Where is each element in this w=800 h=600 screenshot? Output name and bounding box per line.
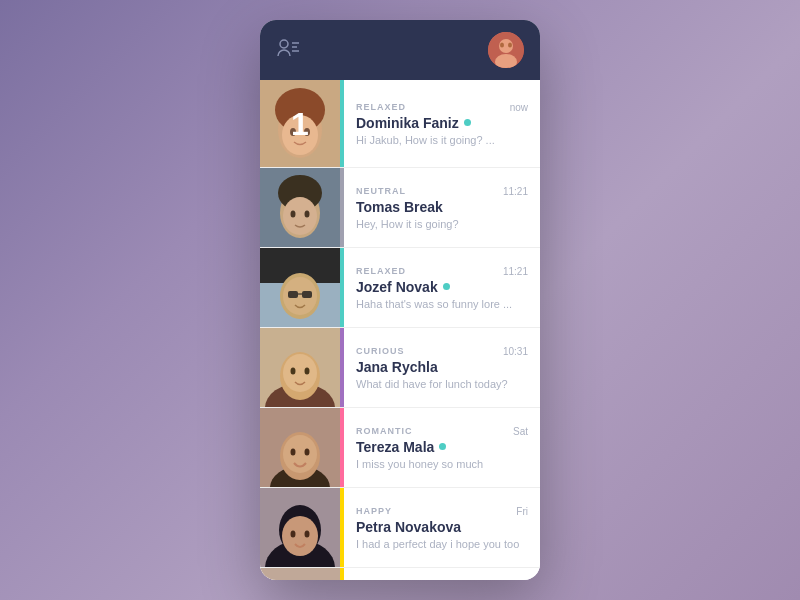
svg-point-45	[305, 531, 310, 538]
chat-content: CURIOUS 10:31 Jana Rychla What did have …	[344, 328, 540, 407]
name-row: Jozef Novak	[356, 279, 528, 295]
online-indicator	[464, 119, 471, 126]
svg-rect-25	[288, 291, 298, 298]
chat-item[interactable]: RELAXED 11:21 Jozef Novak Haha that's wa…	[260, 248, 540, 328]
chat-item[interactable]: ROMANTIC Sat Tereza Mala I miss you hone…	[260, 408, 540, 488]
chat-top-row: CURIOUS 10:31	[356, 346, 528, 357]
svg-point-33	[305, 368, 310, 375]
mood-label: NEUTRAL	[356, 186, 406, 196]
svg-point-31	[283, 354, 317, 392]
svg-rect-46	[260, 568, 340, 580]
mood-label: CURIOUS	[356, 346, 405, 356]
chat-top-row: HAPPY Fri	[356, 506, 528, 517]
svg-point-0	[280, 40, 288, 48]
avatar-section	[260, 568, 340, 580]
svg-point-43	[282, 516, 318, 556]
chat-top-row: ROMANTIC Sat	[356, 426, 528, 437]
chat-content: HAPPY Fri Petra Novakova I had a perfect…	[344, 488, 540, 567]
header	[260, 20, 540, 80]
avatar-section	[260, 328, 340, 407]
chat-top-row: RELAXED 11:21	[356, 266, 528, 277]
svg-point-7	[500, 43, 504, 48]
avatar-section: 1	[260, 80, 340, 167]
chat-item[interactable]: HAPPY Fri Petra Novakova I had a perfect…	[260, 488, 540, 568]
svg-point-20	[305, 211, 310, 218]
chat-item[interactable]: HAPPY Fri	[260, 568, 540, 580]
avatar-section	[260, 488, 340, 567]
message-preview: Haha that's was so funny lore ...	[356, 298, 528, 310]
phone-container: 1 RELAXED now Dominika Faniz Hi Jakub, H…	[260, 20, 540, 580]
message-preview: Hey, How it is going?	[356, 218, 528, 230]
svg-point-19	[291, 211, 296, 218]
time-label: 10:31	[503, 346, 528, 357]
chat-item[interactable]: CURIOUS 10:31 Jana Rychla What did have …	[260, 328, 540, 408]
chat-list: 1 RELAXED now Dominika Faniz Hi Jakub, H…	[260, 80, 540, 580]
time-label: 11:21	[503, 186, 528, 197]
svg-point-32	[291, 368, 296, 375]
chat-content: RELAXED now Dominika Faniz Hi Jakub, How…	[344, 80, 540, 167]
mood-label: RELAXED	[356, 266, 406, 276]
online-indicator	[443, 283, 450, 290]
svg-point-8	[508, 43, 512, 48]
chat-item[interactable]: 1 RELAXED now Dominika Faniz Hi Jakub, H…	[260, 80, 540, 168]
contact-name: Jozef Novak	[356, 279, 438, 295]
time-label: Fri	[516, 506, 528, 517]
svg-point-39	[305, 449, 310, 456]
name-row: Jana Rychla	[356, 359, 528, 375]
name-row: Tereza Mala	[356, 439, 528, 455]
name-row: Petra Novakova	[356, 519, 528, 535]
contact-name: Petra Novakova	[356, 519, 461, 535]
svg-point-44	[291, 531, 296, 538]
contact-name: Tereza Mala	[356, 439, 434, 455]
mood-label: RELAXED	[356, 102, 406, 112]
contact-name: Tomas Break	[356, 199, 443, 215]
message-preview: Hi Jakub, How is it going? ...	[356, 134, 528, 146]
avatar-section	[260, 248, 340, 327]
chat-content: RELAXED 11:21 Jozef Novak Haha that's wa…	[344, 248, 540, 327]
svg-point-18	[283, 197, 317, 235]
avatar-section	[260, 168, 340, 247]
message-preview: I had a perfect day i hope you too	[356, 538, 528, 550]
avatar-section	[260, 408, 340, 487]
message-preview: What did have for lunch today?	[356, 378, 528, 390]
chat-content: NEUTRAL 11:21 Tomas Break Hey, How it is…	[344, 168, 540, 247]
chat-top-row: NEUTRAL 11:21	[356, 186, 528, 197]
mood-label: ROMANTIC	[356, 426, 413, 436]
chat-content: ROMANTIC Sat Tereza Mala I miss you hone…	[344, 408, 540, 487]
mood-label: HAPPY	[356, 506, 392, 516]
chat-item[interactable]: NEUTRAL 11:21 Tomas Break Hey, How it is…	[260, 168, 540, 248]
message-preview: I miss you honey so much	[356, 458, 528, 470]
contact-name: Jana Rychla	[356, 359, 438, 375]
contacts-icon[interactable]	[276, 38, 300, 63]
user-avatar[interactable]	[488, 32, 524, 68]
name-row: Dominika Faniz	[356, 115, 528, 131]
online-indicator	[439, 443, 446, 450]
contact-name: Dominika Faniz	[356, 115, 459, 131]
time-label: 11:21	[503, 266, 528, 277]
chat-top-row: RELAXED now	[356, 102, 528, 113]
svg-rect-26	[302, 291, 312, 298]
time-label: now	[510, 102, 528, 113]
svg-point-38	[291, 449, 296, 456]
name-row: Tomas Break	[356, 199, 528, 215]
chat-content: HAPPY Fri	[344, 568, 540, 580]
time-label: Sat	[513, 426, 528, 437]
unread-badge: 1	[291, 105, 309, 142]
